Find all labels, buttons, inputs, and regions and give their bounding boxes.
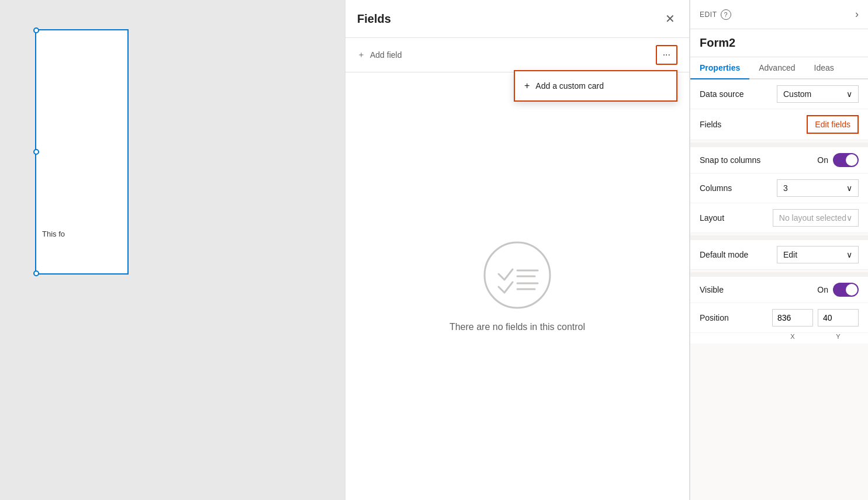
chevron-down-icon: ∨ [846, 213, 852, 223]
tab-ideas[interactable]: Ideas [805, 57, 843, 79]
columns-label: Columns [700, 183, 732, 193]
edit-text: EDIT [700, 11, 717, 19]
edit-label: EDIT ? [700, 9, 731, 20]
visible-on-label: On [817, 285, 828, 294]
layout-row: Layout No layout selected ∨ [690, 203, 868, 233]
default-mode-row: Default mode Edit ∨ [690, 240, 868, 270]
chevron-right-icon[interactable]: › [855, 8, 859, 20]
snap-toggle[interactable] [833, 153, 859, 167]
position-x-input[interactable] [772, 309, 813, 327]
visible-label: Visible [700, 285, 724, 294]
divider-2 [690, 235, 868, 240]
position-y-input[interactable] [818, 309, 859, 327]
form-name: Form2 [690, 29, 868, 57]
default-mode-label: Default mode [700, 250, 748, 259]
visible-row: Visible On [690, 277, 868, 303]
props-tabs: Properties Advanced Ideas [690, 57, 868, 79]
position-inputs [772, 309, 859, 327]
empty-state-icon [482, 240, 552, 310]
position-label: Position [700, 313, 729, 322]
data-source-label: Data source [700, 89, 743, 99]
layout-select[interactable]: No layout selected ∨ [773, 209, 859, 227]
dropdown-menu: + Add a custom card [514, 70, 677, 102]
data-source-row: Data source Custom ∨ [690, 79, 868, 109]
default-mode-value: Edit [783, 250, 797, 259]
tab-properties[interactable]: Properties [690, 57, 749, 79]
fields-label: Fields [700, 120, 721, 129]
x-axis-label: X [772, 333, 813, 340]
plus-icon: + [524, 81, 530, 91]
resize-handle-bot-left[interactable] [33, 270, 39, 276]
close-button[interactable]: ✕ [663, 9, 677, 28]
position-row: Position [690, 303, 868, 333]
svg-point-0 [485, 242, 550, 308]
default-mode-select[interactable]: Edit ∨ [777, 246, 859, 263]
empty-state: There are no fields in this control [345, 72, 689, 500]
fields-title: Fields [357, 12, 391, 26]
default-mode-section: Default mode Edit ∨ [690, 240, 868, 270]
help-icon[interactable]: ? [721, 9, 731, 20]
chevron-down-icon: ∨ [846, 89, 852, 99]
properties-panel: EDIT ? › Form2 Properties Advanced Ideas… [690, 0, 868, 500]
chevron-down-icon: ∨ [846, 183, 852, 193]
data-source-select[interactable]: Custom ∨ [777, 85, 859, 103]
layout-placeholder: No layout selected [779, 213, 846, 223]
layout-label: Layout [700, 213, 724, 223]
props-top-bar: EDIT ? › [690, 0, 868, 29]
snap-toggle-container: On [817, 153, 859, 167]
snap-to-columns-label: Snap to columns [700, 155, 760, 165]
visible-toggle[interactable] [833, 283, 859, 297]
add-custom-card-item[interactable]: + Add a custom card [515, 74, 676, 98]
edit-fields-button[interactable]: Edit fields [807, 115, 859, 134]
data-source-value: Custom [783, 89, 811, 99]
canvas-label: This fo [42, 230, 65, 238]
add-field-row: ＋ Add field ··· + Add a custom card [345, 38, 689, 72]
divider-3 [690, 272, 868, 277]
canvas-area: This fo [0, 0, 345, 500]
fields-header: Fields ✕ [345, 0, 689, 38]
columns-row: Columns 3 ∨ [690, 173, 868, 203]
fields-row: Fields Edit fields [690, 109, 868, 140]
add-field-label: Add field [370, 50, 402, 60]
snap-to-columns-row: Snap to columns On [690, 147, 868, 173]
visible-toggle-container: On [817, 283, 859, 297]
position-axis-labels: X Y [690, 333, 868, 343]
chevron-down-icon: ∨ [846, 250, 852, 259]
resize-handle-top-left[interactable] [33, 27, 39, 33]
visible-section: Visible On Position X Y [690, 277, 868, 343]
tab-advanced[interactable]: Advanced [749, 57, 804, 79]
empty-state-text: There are no fields in this control [449, 322, 585, 332]
fields-panel: Fields ✕ ＋ Add field ··· + Add a custom … [345, 0, 690, 500]
more-options-button[interactable]: ··· [656, 45, 677, 65]
columns-value: 3 [783, 183, 788, 193]
snap-on-label: On [817, 155, 828, 165]
resize-handle-mid-left[interactable] [33, 149, 39, 155]
y-axis-label: Y [818, 333, 859, 340]
data-source-section: Data source Custom ∨ Fields Edit fields [690, 79, 868, 140]
divider-1 [690, 143, 868, 147]
add-custom-card-label: Add a custom card [535, 81, 604, 91]
plus-icon: ＋ [357, 50, 365, 60]
columns-select[interactable]: 3 ∨ [777, 179, 859, 197]
add-field-button[interactable]: ＋ Add field [357, 50, 402, 60]
canvas-form-control: This fo [35, 29, 129, 275]
snap-section: Snap to columns On Columns 3 ∨ Layout No… [690, 147, 868, 233]
